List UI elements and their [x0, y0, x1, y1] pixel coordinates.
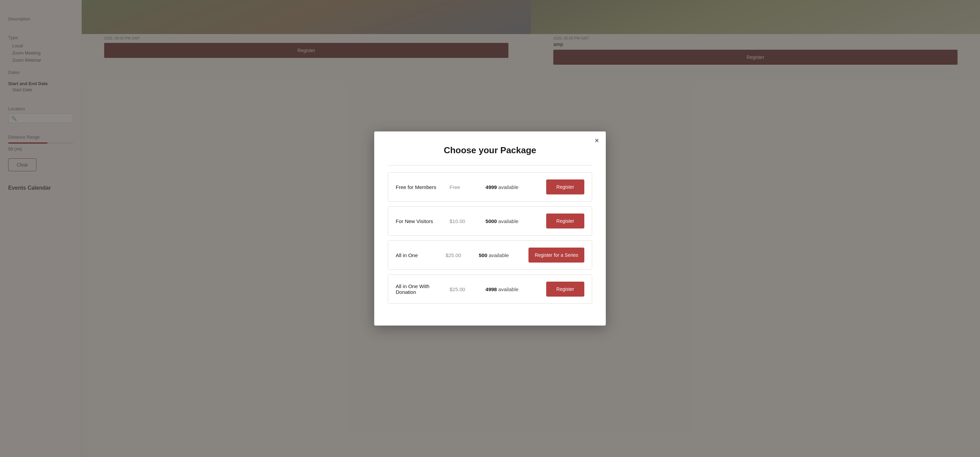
pkg-name-for-new-visitors: For New Visitors — [396, 218, 449, 224]
pkg-register-btn-for-new-visitors[interactable]: Register — [546, 213, 584, 228]
package-row-for-new-visitors: For New Visitors $10.00 5000 available R… — [388, 206, 592, 236]
package-row-all-in-one-donation: All in One With Donation $25.00 4998 ava… — [388, 274, 592, 304]
pkg-price-free-for-members: Free — [449, 184, 485, 190]
modal-title: Choose your Package — [388, 145, 592, 156]
pkg-name-free-for-members: Free for Members — [396, 184, 449, 190]
pkg-action-all-in-one-donation: Register — [539, 282, 584, 296]
packages-list: Free for Members Free 4999 available Reg… — [388, 172, 592, 304]
pkg-register-btn-all-in-one-donation[interactable]: Register — [546, 282, 584, 296]
pkg-name-all-in-one: All in One — [396, 252, 445, 258]
pkg-name-all-in-one-donation: All in One With Donation — [396, 283, 449, 295]
pkg-register-btn-all-in-one[interactable]: Register for a Series — [528, 248, 584, 263]
pkg-price-for-new-visitors: $10.00 — [449, 218, 485, 224]
modal-close-button[interactable]: × — [595, 137, 599, 144]
pkg-register-btn-free-for-members[interactable]: Register — [546, 180, 584, 194]
pkg-availability-for-new-visitors: 5000 available — [485, 218, 539, 224]
modal-divider — [388, 165, 592, 166]
pkg-availability-all-in-one: 500 available — [479, 252, 528, 258]
choose-package-modal: × Choose your Package Free for Members F… — [374, 131, 606, 326]
package-row-all-in-one: All in One $25.00 500 available Register… — [388, 240, 592, 270]
pkg-availability-all-in-one-donation: 4998 available — [485, 287, 539, 292]
pkg-action-for-new-visitors: Register — [539, 213, 584, 228]
pkg-price-all-in-one: $25.00 — [445, 252, 479, 258]
pkg-price-all-in-one-donation: $25.00 — [449, 287, 485, 292]
pkg-availability-free-for-members: 4999 available — [485, 184, 539, 190]
modal-overlay: × Choose your Package Free for Members F… — [0, 0, 980, 457]
pkg-action-all-in-one: Register for a Series — [528, 248, 584, 263]
package-row-free-for-members: Free for Members Free 4999 available Reg… — [388, 172, 592, 202]
pkg-action-free-for-members: Register — [539, 180, 584, 194]
